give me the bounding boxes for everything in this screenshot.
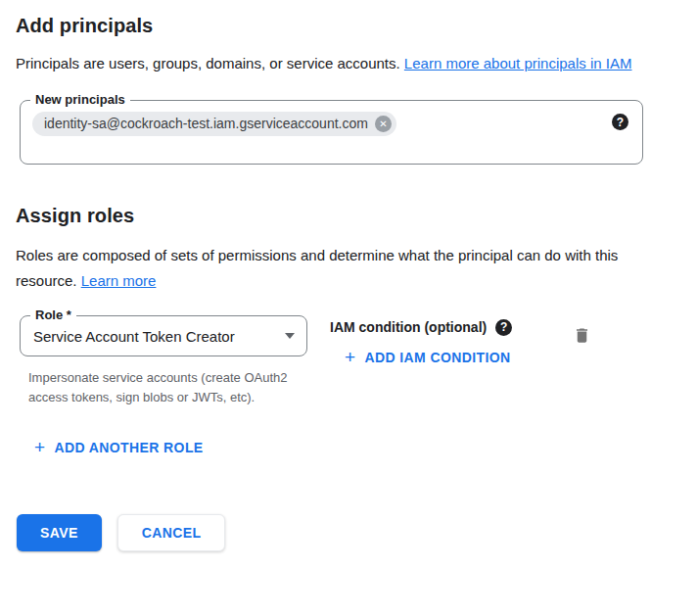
save-button[interactable]: SAVE — [17, 514, 102, 551]
principal-chip: identity-sa@cockroach-test.iam.gservicea… — [32, 112, 396, 136]
principals-description: Principals are users, groups, domains, o… — [16, 51, 654, 76]
principals-description-text: Principals are users, groups, domains, o… — [16, 55, 400, 71]
delete-role-button[interactable] — [571, 323, 593, 351]
plus-icon: + — [345, 349, 356, 366]
role-helper-text: Impersonate service accounts (create OAu… — [28, 368, 304, 407]
add-another-role-button[interactable]: + ADD ANOTHER ROLE — [34, 439, 204, 456]
role-row: Role * Service Account Token Creator Imp… — [16, 315, 654, 407]
new-principals-label: New principals — [30, 92, 130, 108]
learn-more-principals-link[interactable]: Learn more about principals in IAM — [404, 55, 632, 71]
iam-condition-help-icon[interactable]: ? — [495, 319, 512, 336]
add-iam-condition-label: ADD IAM CONDITION — [365, 349, 511, 366]
plus-icon: + — [34, 439, 46, 456]
chip-remove-icon[interactable]: ✕ — [375, 116, 392, 132]
add-another-role-label: ADD ANOTHER ROLE — [55, 439, 204, 456]
page-title: Add principals — [16, 14, 682, 37]
new-principals-help-icon[interactable]: ? — [612, 114, 628, 130]
iam-condition-label-row: IAM condition (optional) ? — [330, 319, 512, 336]
new-principals-field[interactable]: New principals identity-sa@cockroach-tes… — [20, 100, 643, 165]
principal-chip-text: identity-sa@cockroach-test.iam.gservicea… — [44, 116, 368, 132]
iam-condition-column: IAM condition (optional) ? + ADD IAM CON… — [330, 315, 512, 367]
iam-condition-label: IAM condition (optional) — [330, 319, 487, 336]
assign-roles-title: Assign roles — [16, 204, 682, 227]
action-bar: SAVE CANCEL — [17, 514, 682, 551]
delete-icon — [573, 325, 591, 346]
learn-more-roles-link[interactable]: Learn more — [81, 272, 157, 289]
role-select[interactable]: Role * Service Account Token Creator — [20, 315, 307, 356]
role-label: Role * — [30, 308, 76, 323]
add-iam-condition-button[interactable]: + ADD IAM CONDITION — [345, 349, 511, 366]
dropdown-arrow-icon — [285, 333, 295, 339]
role-column: Role * Service Account Token Creator Imp… — [16, 315, 310, 407]
role-selected-value: Service Account Token Creator — [33, 328, 277, 345]
cancel-button[interactable]: CANCEL — [117, 514, 226, 551]
assign-roles-description: Roles are composed of sets of permission… — [16, 243, 654, 294]
